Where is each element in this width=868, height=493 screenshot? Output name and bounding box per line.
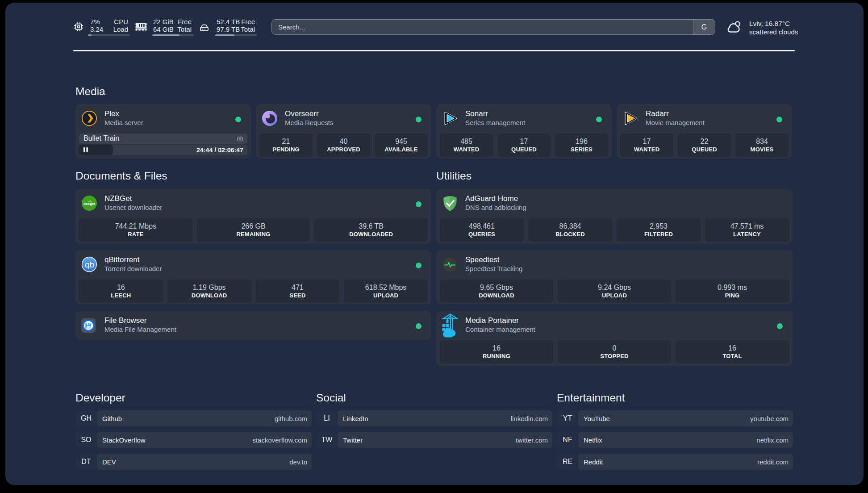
svg-text:qb: qb <box>85 260 94 269</box>
svg-text:nzbget: nzbget <box>83 202 95 206</box>
